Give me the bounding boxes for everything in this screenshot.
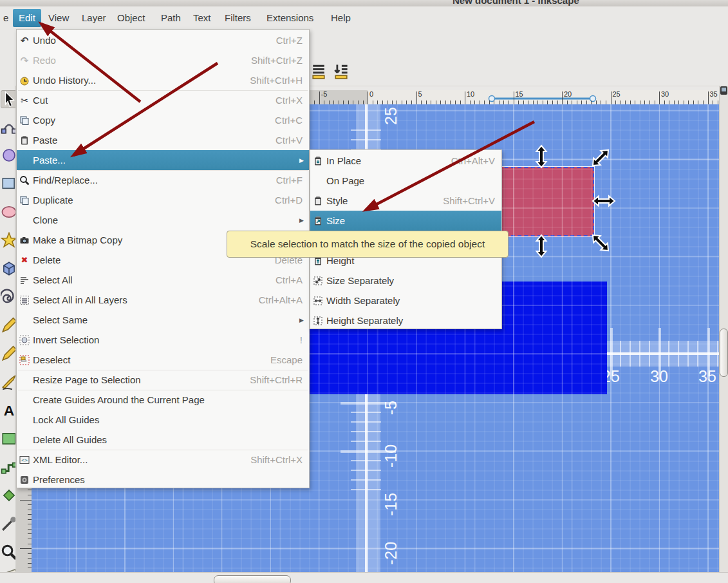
- menu-item-copy[interactable]: CopyCtrl+C: [17, 110, 309, 130]
- menu-item-accel: Escape: [270, 354, 309, 365]
- select-layers-icon: [19, 294, 30, 306]
- tweak-tool-icon[interactable]: [1, 147, 16, 164]
- svg-text:<>: <>: [21, 457, 28, 463]
- menu-item-cut[interactable]: ✂CutCtrl+X: [17, 90, 309, 110]
- submenu-caret-icon: ▶: [299, 157, 304, 164]
- calligraphy-tool-icon[interactable]: [1, 374, 16, 390]
- menu-item-label: Resize Page to Selection: [33, 374, 141, 385]
- menu-item-accel: Shift+Ctrl+R: [250, 374, 309, 385]
- rect-tool-icon[interactable]: [1, 175, 16, 192]
- menu-item-label: Undo History...: [33, 75, 96, 86]
- menu-item-width-separately[interactable]: Width Separately: [310, 291, 501, 311]
- axis-axtick: [351, 421, 381, 423]
- scale-handle-top[interactable]: [537, 146, 546, 167]
- menu-item-label: XML Editor...: [33, 454, 88, 465]
- scale-handle-top-right[interactable]: [590, 147, 612, 169]
- connector-tool-icon[interactable]: [1, 459, 16, 475]
- axis-axtick: [630, 341, 631, 367]
- menu-item-height-separately[interactable]: Height Separately: [310, 311, 501, 330]
- menu-item-deselect[interactable]: DeselectEscape: [17, 350, 309, 370]
- axis-axtick: [351, 412, 381, 413]
- menu-item-accel: Ctrl+Alt+V: [451, 155, 501, 166]
- dropper-tool-icon[interactable]: [1, 515, 16, 532]
- menu-item-select-all-in-all-layers[interactable]: Select All in All LayersCtrl+Alt+A: [17, 290, 309, 310]
- menu-item-undo[interactable]: ↶UndoCtrl+Z: [17, 30, 309, 50]
- no-icon: [19, 314, 30, 326]
- menu-item-undo-history[interactable]: Undo History...Shift+Ctrl+H: [17, 70, 309, 90]
- copy-icon: [19, 115, 30, 126]
- menu-item-find-replace[interactable]: Find/Replace...Ctrl+F: [17, 170, 309, 190]
- menu-item-accel: Ctrl+Alt+A: [259, 294, 309, 305]
- menu-item-label: Size Separately: [326, 275, 394, 286]
- menu-item-create-guides-around-the-current-page[interactable]: Create Guides Around the Current Page: [17, 390, 309, 410]
- menu-item-size[interactable]: Size: [310, 211, 501, 231]
- menu-item-label: Cut: [33, 95, 48, 106]
- pen-tool-icon[interactable]: [1, 345, 16, 362]
- menubar-item-file-partial[interactable]: e: [0, 9, 14, 27]
- paste-icon: [19, 135, 30, 146]
- scale-handle-bottom[interactable]: [537, 235, 546, 257]
- menu-item-accel: Ctrl+D: [275, 195, 309, 205]
- horizontal-scrollbar-thumb[interactable]: [214, 575, 291, 583]
- edit-menu: ↶UndoCtrl+Z↷RedoShift+Ctrl+ZUndo History…: [16, 29, 310, 488]
- menubar-item-view[interactable]: View: [42, 9, 75, 27]
- selector-tool-icon[interactable]: [1, 90, 16, 108]
- selected-pink-rectangle[interactable]: [491, 167, 594, 236]
- menubar-item-path[interactable]: Path: [155, 9, 187, 27]
- menubar-item-filters[interactable]: Filters: [219, 9, 257, 27]
- menu-item-duplicate[interactable]: DuplicateCtrl+D: [17, 190, 309, 210]
- menu-item-invert-selection[interactable]: Invert Selection!: [17, 330, 309, 350]
- xml-icon: <>: [19, 454, 30, 466]
- menu-item-on-page[interactable]: On Page: [310, 171, 501, 191]
- menu-item-in-place[interactable]: In PlaceCtrl+Alt+V: [310, 151, 501, 171]
- ellipse-tool-icon[interactable]: [1, 204, 16, 220]
- menu-item-size-separately[interactable]: Size Separately: [310, 271, 501, 291]
- gradient-tool-icon[interactable]: [1, 430, 16, 447]
- zoom-tool-icon[interactable]: [1, 544, 16, 560]
- text-tool-icon[interactable]: A: [1, 402, 16, 419]
- y-axis-label: 25: [381, 104, 400, 135]
- menubar-item-object[interactable]: Object: [111, 9, 151, 27]
- node-tool-icon[interactable]: [1, 119, 16, 135]
- menubar-item-text[interactable]: Text: [187, 9, 217, 27]
- redo-icon: ↷: [19, 55, 30, 66]
- menu-item-select-all[interactable]: Select AllCtrl+A: [17, 270, 309, 290]
- lower-one-step-icon[interactable]: [332, 62, 350, 81]
- axis-axtick: [351, 489, 381, 490]
- menu-item-redo[interactable]: ↷RedoShift+Ctrl+Z: [17, 50, 309, 70]
- menu-item-clone[interactable]: Clone▶: [17, 210, 309, 230]
- undo-icon: ↶: [19, 35, 30, 46]
- menu-item-style[interactable]: StyleShift+Ctrl+V: [310, 191, 501, 211]
- menu-item-paste[interactable]: PasteCtrl+V: [17, 130, 309, 150]
- toolbox: A: [0, 86, 16, 583]
- ruler-tick: [416, 91, 417, 104]
- menu-item-preferences[interactable]: Preferences: [17, 470, 309, 490]
- spiral-tool-icon[interactable]: [1, 289, 16, 305]
- menu-item-accel: Ctrl+F: [276, 175, 309, 186]
- camera-icon: [19, 234, 30, 246]
- axis-axtick: [678, 341, 679, 367]
- menubar-item-layer[interactable]: Layer: [76, 9, 112, 27]
- menubar-item-help[interactable]: Help: [325, 9, 357, 27]
- menubar-item-extensions[interactable]: Extensions: [261, 9, 319, 27]
- menu-item-label: Paste: [33, 135, 57, 146]
- ruler-corner-icon[interactable]: [720, 86, 727, 95]
- lower-to-bottom-icon[interactable]: [310, 62, 328, 81]
- find-icon: [19, 175, 30, 186]
- menu-item-delete-all-guides[interactable]: Delete All Guides: [17, 430, 309, 450]
- ruler-tick: [20, 500, 32, 501]
- star-tool-icon[interactable]: [1, 232, 16, 249]
- box3d-tool-icon[interactable]: [1, 260, 16, 277]
- no-icon: [19, 394, 30, 406]
- paint-tool-icon[interactable]: [1, 487, 16, 504]
- pencil-tool-icon[interactable]: [1, 317, 16, 334]
- submenu-caret-icon: ▶: [299, 217, 304, 224]
- scale-handle-right[interactable]: [593, 196, 615, 206]
- menu-item-paste[interactable]: Paste...▶: [17, 150, 309, 170]
- menu-item-xml-editor[interactable]: <>XML Editor...Shift+Ctrl+X: [17, 450, 309, 470]
- menu-item-select-same[interactable]: Select Same▶: [17, 310, 309, 330]
- menu-item-resize-page-to-selection[interactable]: Resize Page to SelectionShift+Ctrl+R: [17, 370, 309, 390]
- menu-item-lock-all-guides[interactable]: Lock All Guides: [17, 410, 309, 430]
- vertical-scrollbar-thumb[interactable]: [720, 329, 728, 377]
- menubar-item-edit[interactable]: Edit: [13, 9, 41, 27]
